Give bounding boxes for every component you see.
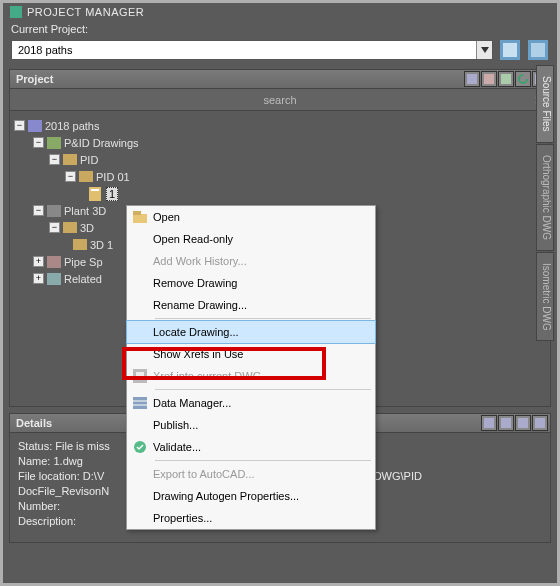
- expand-toggle[interactable]: −: [49, 154, 60, 165]
- svg-rect-23: [518, 418, 528, 428]
- folder-icon: [79, 170, 93, 184]
- name-value: 1.dwg: [53, 455, 82, 467]
- svg-rect-25: [133, 214, 147, 223]
- svg-rect-19: [47, 256, 61, 268]
- svg-rect-29: [133, 397, 147, 409]
- details-icon-1[interactable]: [481, 415, 497, 431]
- details-icon-2[interactable]: [498, 415, 514, 431]
- toolbar-icon-1[interactable]: [499, 39, 521, 61]
- svg-rect-3: [503, 43, 517, 57]
- menu-separator: [155, 389, 371, 390]
- details-icon-3[interactable]: [515, 415, 531, 431]
- tree-pid01[interactable]: − PID 01: [14, 168, 546, 185]
- folder-icon: [63, 221, 77, 235]
- search-placeholder: search: [263, 94, 296, 106]
- status-label: Status:: [18, 440, 52, 452]
- expand-toggle[interactable]: −: [65, 171, 76, 182]
- data-manager-icon: [127, 397, 153, 409]
- menu-item-label: Rename Drawing...: [153, 299, 375, 311]
- side-tabs: Source Files Orthographic DWG Isometric …: [536, 65, 554, 342]
- menu-item-label: Open: [153, 211, 375, 223]
- side-tab-orthographic[interactable]: Orthographic DWG: [536, 144, 554, 251]
- svg-rect-17: [63, 222, 77, 233]
- menu-item-label: Properties...: [153, 512, 375, 524]
- svg-rect-11: [47, 137, 61, 149]
- menu-item-show-xrefs-in-use[interactable]: Show Xrefs in Use: [127, 343, 375, 365]
- svg-rect-10: [28, 120, 42, 132]
- menu-item-label: Open Read-only: [153, 233, 375, 245]
- svg-rect-12: [63, 154, 77, 165]
- tree-pid-drawings[interactable]: − P&ID Drawings: [14, 134, 546, 151]
- expand-toggle[interactable]: −: [49, 222, 60, 233]
- dwg-icon: [89, 187, 103, 201]
- menu-item-label: Validate...: [153, 441, 375, 453]
- folder-open-icon: [127, 211, 153, 223]
- menu-item-open[interactable]: Open: [127, 206, 375, 228]
- validate-icon: [127, 440, 153, 454]
- menu-item-label: Add Work History...: [153, 255, 375, 267]
- svg-rect-6: [467, 74, 477, 84]
- expand-toggle[interactable]: −: [33, 205, 44, 216]
- side-tab-source-files[interactable]: Source Files: [536, 65, 554, 143]
- svg-rect-0: [10, 6, 22, 18]
- search-input[interactable]: search ✕: [10, 89, 550, 111]
- menu-item-xref-into-current-dwg: Xref into current DWG: [127, 365, 375, 387]
- svg-rect-16: [47, 205, 61, 217]
- svg-rect-26: [133, 211, 141, 215]
- svg-rect-13: [79, 171, 93, 182]
- drawings-icon: [47, 136, 61, 150]
- app-icon: [9, 5, 23, 19]
- menu-item-locate-drawing[interactable]: Locate Drawing...: [127, 321, 375, 343]
- folder-icon: [73, 238, 87, 252]
- menu-item-validate[interactable]: Validate...: [127, 436, 375, 458]
- tree-root[interactable]: − 2018 paths: [14, 117, 546, 134]
- menu-item-open-read-only[interactable]: Open Read-only: [127, 228, 375, 250]
- side-tab-isometric[interactable]: Isometric DWG: [536, 252, 554, 342]
- project-icon: [28, 119, 42, 133]
- project-header-refresh-icon[interactable]: [515, 71, 531, 87]
- menu-item-export-to-autocad: Export to AutoCAD...: [127, 463, 375, 485]
- expand-toggle[interactable]: −: [14, 120, 25, 131]
- menu-item-label: Data Manager...: [153, 397, 375, 409]
- tree-item-1[interactable]: 1: [14, 185, 546, 202]
- context-menu: OpenOpen Read-onlyAdd Work History...Rem…: [126, 205, 376, 530]
- svg-rect-15: [91, 189, 99, 191]
- plant3d-icon: [47, 204, 61, 218]
- menu-item-drawing-autogen-properties[interactable]: Drawing Autogen Properties...: [127, 485, 375, 507]
- folder-icon: [63, 153, 77, 167]
- menu-item-remove-drawing[interactable]: Remove Drawing: [127, 272, 375, 294]
- project-header-icon-3[interactable]: [498, 71, 514, 87]
- menu-item-add-work-history: Add Work History...: [127, 250, 375, 272]
- location-label: File location:: [18, 470, 80, 482]
- current-project-label: Current Project:: [3, 21, 557, 37]
- svg-rect-28: [136, 372, 144, 380]
- expand-toggle[interactable]: +: [33, 256, 44, 267]
- project-header-icon-2[interactable]: [481, 71, 497, 87]
- menu-separator: [155, 318, 371, 319]
- menu-item-publish[interactable]: Publish...: [127, 414, 375, 436]
- svg-rect-8: [501, 74, 511, 84]
- project-header-icon-1[interactable]: [464, 71, 480, 87]
- svg-marker-1: [481, 47, 489, 53]
- menu-item-label: Publish...: [153, 419, 375, 431]
- project-panel-header: Project: [9, 69, 551, 89]
- svg-rect-18: [73, 239, 87, 250]
- menu-item-rename-drawing[interactable]: Rename Drawing...: [127, 294, 375, 316]
- menu-separator: [155, 460, 371, 461]
- toolbar-icon-2[interactable]: [527, 39, 549, 61]
- menu-item-label: Xref into current DWG: [153, 370, 375, 382]
- details-icon-4[interactable]: [532, 415, 548, 431]
- chevron-down-icon[interactable]: [476, 41, 492, 59]
- menu-item-data-manager[interactable]: Data Manager...: [127, 392, 375, 414]
- location-value-left: D:\V: [83, 470, 104, 482]
- name-label: Name:: [18, 455, 50, 467]
- expand-toggle[interactable]: −: [33, 137, 44, 148]
- expand-toggle[interactable]: +: [33, 273, 44, 284]
- menu-item-label: Locate Drawing...: [153, 326, 375, 338]
- svg-rect-20: [47, 273, 61, 285]
- current-project-dropdown[interactable]: 2018 paths: [11, 40, 493, 60]
- related-icon: [47, 272, 61, 286]
- menu-item-properties[interactable]: Properties...: [127, 507, 375, 529]
- tree-pid[interactable]: − PID: [14, 151, 546, 168]
- menu-item-label: Drawing Autogen Properties...: [153, 490, 375, 502]
